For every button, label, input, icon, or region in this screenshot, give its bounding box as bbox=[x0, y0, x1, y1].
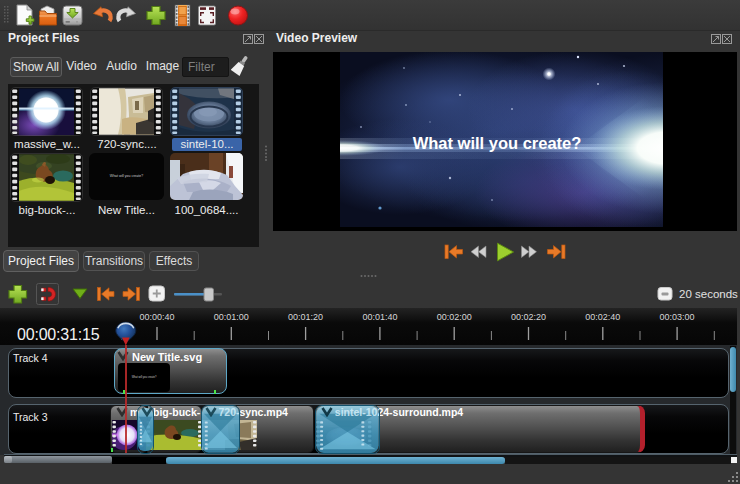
svg-text:00:02:40: 00:02:40 bbox=[585, 312, 620, 322]
svg-text:00:01:40: 00:01:40 bbox=[362, 312, 397, 322]
svg-text:What will you create?: What will you create? bbox=[413, 134, 582, 152]
svg-text:00:01:00: 00:01:00 bbox=[214, 312, 249, 322]
svg-text:20 seconds: 20 seconds bbox=[679, 288, 738, 300]
svg-text:00:00:40: 00:00:40 bbox=[139, 312, 174, 322]
svg-text:00:02:00: 00:02:00 bbox=[437, 312, 472, 322]
svg-text:00:01:20: 00:01:20 bbox=[288, 312, 323, 322]
svg-text:00:02:20: 00:02:20 bbox=[511, 312, 546, 322]
svg-text:00:03:00: 00:03:00 bbox=[660, 312, 695, 322]
